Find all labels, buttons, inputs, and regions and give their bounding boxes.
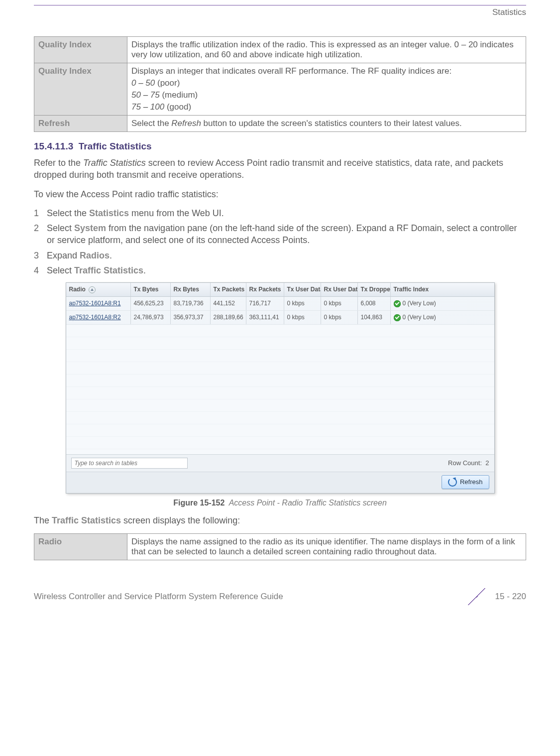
- t: Statistics: [89, 208, 129, 218]
- row-desc: Select the Refresh button to update the …: [127, 116, 526, 132]
- col-rx-packets[interactable]: Rx Packets: [246, 283, 284, 296]
- step-number: 1: [34, 207, 47, 219]
- figure-caption: Figure 15-152 Access Point - Radio Traff…: [34, 499, 526, 507]
- row-count: Row Count: 2: [448, 459, 489, 467]
- definition-table-top: Quality Index Displays the traffic utili…: [34, 36, 526, 132]
- col-tx-user-rate[interactable]: Tx User Data Rate: [284, 283, 321, 296]
- cell: 24,786,973: [131, 311, 171, 324]
- screenshot-panel: Radio Tx Bytes Rx Bytes Tx Packets Rx Pa…: [66, 282, 495, 493]
- row-label: Quality Index: [34, 37, 127, 63]
- col-traffic-index[interactable]: Traffic Index: [391, 283, 490, 296]
- scale-range: 0 – 50: [131, 78, 155, 88]
- col-radio[interactable]: Radio: [66, 283, 131, 296]
- scale-label: (poor): [155, 78, 180, 88]
- cell: 288,189,66: [211, 311, 246, 324]
- col-tx-bytes[interactable]: Tx Bytes: [131, 283, 171, 296]
- cell: 716,717: [246, 297, 284, 310]
- t: Refresh: [171, 119, 201, 128]
- t: .: [143, 265, 146, 275]
- cell: 104,863: [358, 311, 391, 324]
- col-rx-bytes[interactable]: Rx Bytes: [171, 283, 211, 296]
- after-shot-text: The Traffic Statistics screen displays t…: [34, 514, 526, 526]
- page-number: 15 - 220: [495, 592, 526, 602]
- t: menu from the Web UI.: [129, 208, 224, 218]
- cell: 0 kbps: [284, 297, 321, 310]
- scale-label: (good): [164, 102, 191, 112]
- t: screen displays the following:: [121, 515, 240, 525]
- t: Select: [47, 223, 74, 233]
- section-heading: 15.4.11.3 Traffic Statistics: [34, 141, 526, 152]
- cell: 0 (Very Low): [391, 311, 490, 324]
- t: The: [34, 515, 52, 525]
- grid-header: Radio Tx Bytes Rx Bytes Tx Packets Rx Pa…: [66, 283, 494, 297]
- t: Select: [47, 265, 74, 275]
- cell: 441,152: [211, 297, 246, 310]
- footer-slash-icon: [464, 588, 490, 605]
- col-tx-packets[interactable]: Tx Packets: [211, 283, 246, 296]
- row-label: Quality Index: [34, 63, 127, 116]
- scale-label: (medium): [160, 90, 198, 100]
- t: from the navigation pane (on the left-ha…: [47, 223, 517, 245]
- figure-text: Access Point - Radio Traffic Statistics …: [229, 499, 387, 507]
- t: Expand: [47, 251, 80, 260]
- sort-indicator-icon[interactable]: [89, 286, 96, 293]
- row-desc: Displays an integer that indicates overa…: [127, 63, 526, 116]
- row-label: Radio: [34, 534, 127, 560]
- section-title: Traffic Statistics: [79, 141, 152, 151]
- empty-rows: [66, 325, 494, 454]
- cell: 363,111,41: [246, 311, 284, 324]
- cell: 0 (Very Low): [391, 297, 490, 310]
- table-search-input[interactable]: [71, 458, 188, 469]
- table-row[interactable]: ap7532-1601A8:R2 24,786,973 356,973,37 2…: [66, 311, 494, 325]
- row-desc: Displays the name assigned to the radio …: [127, 534, 526, 560]
- col-rx-user-rate[interactable]: Rx User Data Rate: [321, 283, 358, 296]
- cell: 0 kbps: [321, 297, 358, 310]
- step-number: 2: [34, 222, 47, 247]
- t: System: [74, 223, 106, 233]
- definition-table-bottom: Radio Displays the name assigned to the …: [34, 533, 526, 560]
- lead-sentence: To view the Access Point radio traffic s…: [34, 188, 526, 200]
- cell: 356,973,37: [171, 311, 211, 324]
- page-header: Statistics: [34, 7, 526, 17]
- intro-paragraph: Refer to the Traffic Statistics screen t…: [34, 157, 526, 181]
- cell: 0 kbps: [321, 311, 358, 324]
- refresh-icon: [448, 478, 457, 487]
- refresh-label: Refresh: [460, 478, 483, 486]
- t: Traffic Statistics: [52, 515, 121, 525]
- cell: 456,625,23: [131, 297, 171, 310]
- table-row[interactable]: ap7532-1601A8:R1 456,625,23 83,719,736 4…: [66, 297, 494, 311]
- status-ok-icon: [394, 300, 401, 307]
- row-desc: Displays the traffic utilization index o…: [127, 37, 526, 63]
- cell: 0 kbps: [284, 311, 321, 324]
- cell: 83,719,736: [171, 297, 211, 310]
- status-ok-icon: [394, 314, 401, 321]
- t: Traffic Statistics: [83, 158, 146, 168]
- t: Refer to the: [34, 158, 83, 168]
- t: button to update the screen's statistics…: [201, 119, 462, 128]
- desc-intro: Displays an integer that indicates overa…: [131, 66, 522, 76]
- radio-link[interactable]: ap7532-1601A8:R1: [69, 300, 121, 307]
- figure-number: Figure 15-152: [173, 499, 224, 507]
- step-list: 1Select the Statistics menu from the Web…: [34, 207, 526, 276]
- step-number: 3: [34, 250, 47, 261]
- t: Select the: [47, 208, 89, 218]
- t: Select the: [131, 119, 171, 128]
- col-tx-dropped[interactable]: Tx Dropped: [358, 283, 391, 296]
- scale-range: 50 – 75: [131, 90, 160, 100]
- step-number: 4: [34, 264, 47, 276]
- refresh-button[interactable]: Refresh: [442, 475, 489, 489]
- section-number: 15.4.11.3: [34, 141, 73, 151]
- radio-link[interactable]: ap7532-1601A8:R2: [69, 314, 121, 321]
- cell: 6,008: [358, 297, 391, 310]
- row-label: Refresh: [34, 116, 127, 132]
- t: Radios: [80, 251, 110, 260]
- footer-title: Wireless Controller and Service Platform…: [34, 592, 283, 602]
- scale-range: 75 – 100: [131, 102, 164, 112]
- t: Traffic Statistics: [74, 265, 143, 275]
- t: .: [110, 251, 112, 260]
- page-footer: Wireless Controller and Service Platform…: [34, 588, 526, 605]
